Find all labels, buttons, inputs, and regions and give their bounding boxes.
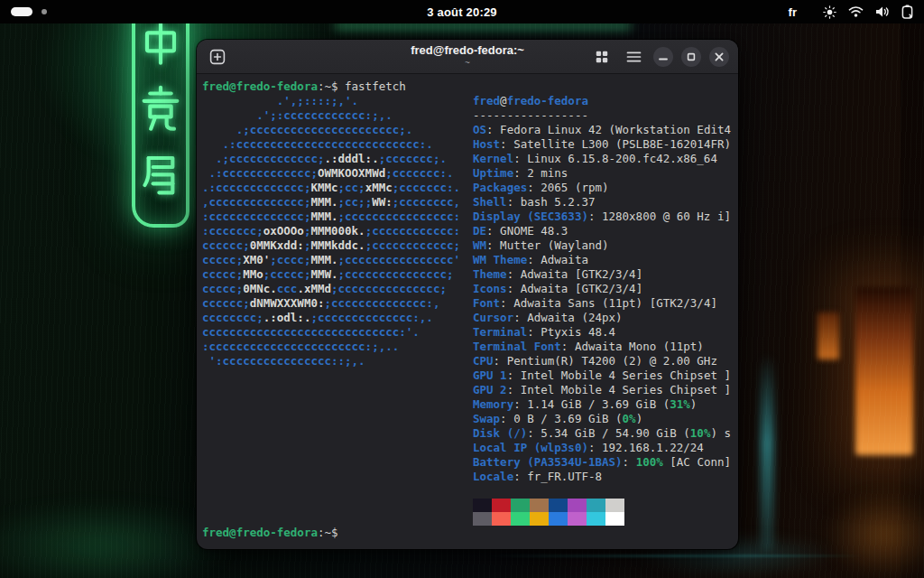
terminal-line: ----------------- xyxy=(473,108,731,123)
wifi-icon[interactable] xyxy=(848,5,864,18)
volume-icon[interactable] xyxy=(875,5,890,18)
terminal-line: Shell: bash 5.2.37 xyxy=(473,195,731,210)
terminal-line: Local IP (wlp3s0): 192.168.1.22/24 xyxy=(473,441,731,455)
terminal-line: GPU 2: Intel Mobile 4 Series Chipset ] xyxy=(473,383,731,397)
color-swatch xyxy=(568,499,587,512)
maximize-icon xyxy=(687,52,696,61)
terminal-line: .';:cccccccccccc:;,. xyxy=(202,108,473,123)
terminal-line: Theme: Adwaita [GTK2/3/4] xyxy=(473,267,731,282)
terminal-line: cccccccc;.:odl:.;cccccccccccccc:,. xyxy=(202,311,473,325)
terminal-line: ccccc;XM0';cccc;MMM.;cccccccccccccccc' xyxy=(202,253,473,267)
terminal-line: Packages: 2065 (rpm) xyxy=(473,181,731,195)
terminal-line: ':cccccccccccccccc::;,. xyxy=(202,354,473,368)
terminal-line: Locale: fr_FR.UTF-8 xyxy=(473,470,731,484)
minimize-icon xyxy=(659,52,668,61)
terminal-line: Disk (/): 5.34 GiB / 54.90 GiB (10%) s xyxy=(473,426,731,441)
terminal-line: Terminal Font: Adwaita Mono (11pt) xyxy=(473,340,731,354)
battery-charging-icon[interactable] xyxy=(901,5,913,19)
color-swatch xyxy=(587,499,605,512)
terminal-line: Uptime: 2 mins xyxy=(473,166,731,181)
color-palette-row xyxy=(473,512,731,526)
menu-button[interactable] xyxy=(622,45,645,69)
color-swatch xyxy=(530,512,549,526)
color-swatch xyxy=(605,499,624,512)
color-swatch xyxy=(511,512,530,526)
terminal-line: WM: Mutter (Wayland) xyxy=(473,238,731,253)
command-line: fred@fredo-fedora:~$ fastfetch xyxy=(202,79,738,94)
minimize-button[interactable] xyxy=(653,47,673,67)
terminal-line: ccccccccccccccccccccccccccccc:'. xyxy=(202,325,473,340)
color-swatch xyxy=(605,512,624,526)
terminal-viewport[interactable]: fred@fredo-fedora:~$ fastfetch .',;::::;… xyxy=(197,74,738,548)
color-swatch xyxy=(549,512,568,526)
system-status-area[interactable] xyxy=(823,5,913,19)
shell-prompt: fred@fredo-fedora:~$ xyxy=(202,526,738,540)
terminal-line: ccccc;MMo;ccccc;MMW.;ccccccccccccccc; xyxy=(202,267,473,282)
terminal-line: WM Theme: Adwaita xyxy=(473,253,731,267)
terminal-line: .;cccccccccccccccccccccc;. xyxy=(202,123,473,137)
color-swatch xyxy=(587,512,605,526)
terminal-line: CPU: Pentium(R) T4200 (2) @ 2.00 GHz xyxy=(473,354,731,368)
close-button[interactable] xyxy=(709,47,729,67)
tab-overview-button[interactable] xyxy=(590,45,614,69)
terminal-line: Swap: 0 B / 3.69 GiB (0%) xyxy=(473,412,731,426)
color-swatch xyxy=(530,499,549,512)
color-swatch xyxy=(492,512,511,526)
terminal-line: :cccccccccccccc;MMM.;cccccccccccccccc: xyxy=(202,210,473,224)
gnome-top-bar: 3 août 20:29 fr xyxy=(0,0,924,23)
system-info: fred@fredo-fedora-----------------OS: Fe… xyxy=(473,94,731,526)
clock[interactable]: 3 août 20:29 xyxy=(427,0,497,23)
activities-indicator[interactable] xyxy=(11,7,32,16)
window-subtitle: ~ xyxy=(411,59,524,68)
maximize-button[interactable] xyxy=(681,47,701,67)
workspace-dot[interactable] xyxy=(42,9,47,14)
grid-icon xyxy=(595,50,609,64)
terminal-line: cccccc;dNMWXXXWM0:;cccccccccccccc:, xyxy=(202,296,473,311)
terminal-line: fred@fredo-fedora xyxy=(473,94,731,108)
color-swatch xyxy=(473,499,492,512)
window-title: fred@fredo-fedora:~ xyxy=(411,44,524,56)
terminal-line: .;ccccccccccccc;.:dddl:.;ccccccc;. xyxy=(202,152,473,166)
color-swatch xyxy=(511,499,530,512)
terminal-line: Kernel: Linux 6.15.8-200.fc42.x86_64 xyxy=(473,152,731,166)
terminal-line: .',;::::;,'. xyxy=(202,94,473,108)
new-tab-icon xyxy=(208,48,226,66)
terminal-line: Font: Adwaita Sans (11pt) [GTK2/3/4] xyxy=(473,296,731,311)
color-swatch xyxy=(549,499,568,512)
terminal-line: Icons: Adwaita [GTK2/3/4] xyxy=(473,282,731,296)
terminal-line: :ccccccccccccccccccccccc:;,.. xyxy=(202,340,473,354)
terminal-line: ccccc;0MNc.ccc.xMMd;ccccccccccccccc; xyxy=(202,282,473,296)
window-title-area: fred@fredo-fedora:~ ~ xyxy=(411,44,524,68)
terminal-line: cccccc;0MMKxdd:;MMMkddc.;cccccccccccc; xyxy=(202,238,473,253)
terminal-line: OS: Fedora Linux 42 (Workstation Edit4 xyxy=(473,123,731,137)
new-tab-button[interactable] xyxy=(206,45,229,69)
terminal-line: GPU 1: Intel Mobile 4 Series Chipset ] xyxy=(473,368,731,383)
terminal-line: .:ccccccccccccc;KMMc;cc;xMMc;ccccccc:. xyxy=(202,181,473,195)
terminal-line: Host: Satellite L300 (PSLB8E-162014FR) xyxy=(473,137,731,152)
terminal-line: Terminal: Ptyxis 48.4 xyxy=(473,325,731,340)
color-swatch xyxy=(473,512,492,526)
terminal-line: .:ccccccccccccccccccccccccccc:. xyxy=(202,137,473,152)
color-swatch xyxy=(492,499,511,512)
terminal-line: DE: GNOME 48.3 xyxy=(473,224,731,238)
terminal-line: Display (SEC3633): 1280x800 @ 60 Hz i] xyxy=(473,210,731,224)
terminal-line: Cursor: Adwaita (24px) xyxy=(473,311,731,325)
close-icon xyxy=(715,52,724,61)
hamburger-icon xyxy=(626,51,642,63)
terminal-line: Memory: 1.14 GiB / 3.69 GiB (31%) xyxy=(473,397,731,412)
terminal-window: fred@fredo-fedora:~ ~ xyxy=(197,40,738,549)
fastfetch-output: .',;::::;,'. .';:cccccccccccc:;,. .;cccc… xyxy=(202,94,738,526)
window-headerbar[interactable]: fred@fredo-fedora:~ ~ xyxy=(197,40,738,74)
keyboard-layout-indicator[interactable]: fr xyxy=(789,5,797,19)
terminal-line: Battery (PA3534U-1BAS): 100% [AC Conn] xyxy=(473,455,731,470)
terminal-line: ,cccccccccccccc;MMM.;cc;;WW:;cccccccc, xyxy=(202,195,473,210)
brightness-icon[interactable] xyxy=(823,5,836,19)
terminal-line: .:ccccccccccccc;OWMKOOXMWd;ccccccc:. xyxy=(202,166,473,181)
terminal-line: :ccccccc;oxOOOo;MMM000k.;cccccccccccc: xyxy=(202,224,473,238)
color-swatch xyxy=(568,512,587,526)
fedora-ascii-logo: .',;::::;,'. .';:cccccccccccc:;,. .;cccc… xyxy=(202,94,473,368)
color-palette-row xyxy=(473,499,731,512)
